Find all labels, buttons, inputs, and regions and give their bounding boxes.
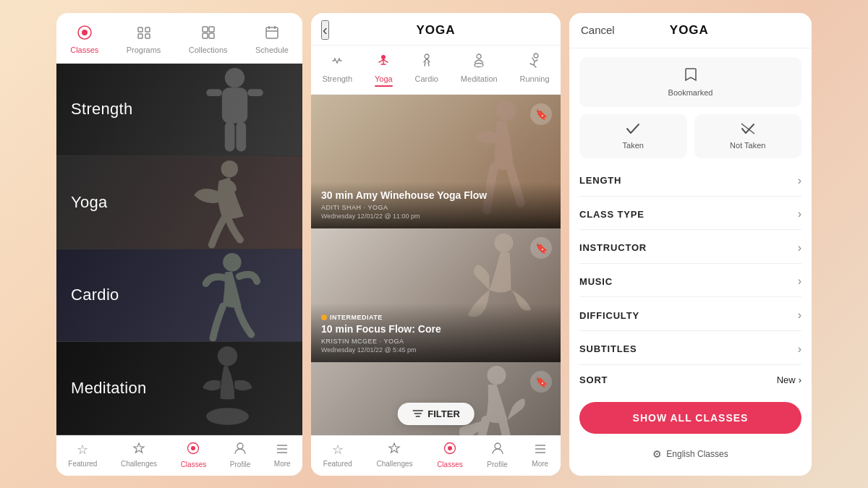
class-date-2: Wednesday 12/01/22 @ 5:45 pm bbox=[321, 346, 550, 354]
back-button[interactable]: ‹ bbox=[321, 20, 329, 40]
subnav-running-label: Running bbox=[520, 74, 550, 83]
sort-label: SORT bbox=[579, 374, 608, 385]
featured-icon: ☆ bbox=[77, 442, 88, 458]
category-strength-label: Strength bbox=[71, 100, 133, 119]
nav-collections[interactable]: Collections bbox=[182, 22, 235, 57]
bookmark-btn-3[interactable]: 🔖 bbox=[530, 371, 552, 393]
svg-rect-17 bbox=[247, 89, 263, 96]
filter-button[interactable]: FILTER bbox=[397, 403, 475, 425]
subnav-yoga[interactable]: Yoga bbox=[369, 51, 399, 88]
nav-schedule[interactable]: Schedule bbox=[248, 22, 296, 57]
profile-icon bbox=[234, 442, 247, 458]
left-panel: Classes Programs bbox=[56, 13, 302, 476]
nav-collections-label: Collections bbox=[189, 46, 228, 54]
bottom-more[interactable]: More bbox=[274, 442, 291, 468]
category-strength[interactable]: Strength bbox=[56, 64, 302, 157]
bottom-classes-label: Classes bbox=[181, 461, 207, 468]
programs-icon bbox=[136, 25, 152, 43]
svg-point-33 bbox=[475, 63, 483, 67]
svg-point-42 bbox=[448, 446, 452, 450]
bottom-classes[interactable]: Classes bbox=[181, 442, 207, 468]
right-title: YOGA bbox=[670, 23, 709, 38]
class-badge-2: INTERMEDIATE bbox=[321, 314, 383, 321]
filter-class-type[interactable]: CLASS TYPE › bbox=[579, 199, 801, 230]
category-cardio[interactable]: Cardio bbox=[56, 249, 302, 343]
mid-bottom-featured[interactable]: ☆ Featured bbox=[323, 442, 352, 468]
svg-point-14 bbox=[225, 67, 244, 87]
subnav-cardio-icon bbox=[419, 53, 435, 72]
bottom-featured[interactable]: ☆ Featured bbox=[68, 442, 97, 468]
category-meditation[interactable]: Meditation bbox=[56, 342, 302, 435]
svg-point-32 bbox=[477, 54, 481, 59]
cancel-button[interactable]: Cancel bbox=[581, 24, 615, 36]
mid-bottom-challenges[interactable]: Challenges bbox=[376, 442, 412, 468]
class-title-1: 30 min Amy Winehouse Yoga Flow bbox=[321, 189, 550, 202]
svg-point-26 bbox=[237, 443, 243, 449]
subnav-running[interactable]: Running bbox=[514, 51, 556, 88]
category-meditation-label: Meditation bbox=[71, 379, 147, 398]
filter-subtitles[interactable]: SUBTITLES › bbox=[579, 334, 801, 365]
svg-rect-16 bbox=[206, 89, 222, 96]
svg-point-34 bbox=[534, 53, 538, 58]
class-date-1: Wednesday 12/01/22 @ 11:00 pm bbox=[321, 213, 550, 220]
filter-music[interactable]: MUSIC › bbox=[579, 266, 801, 297]
nav-classes-label: Classes bbox=[70, 46, 98, 54]
nav-programs-label: Programs bbox=[127, 46, 161, 54]
filter-length[interactable]: LENGTH › bbox=[579, 166, 801, 197]
mid-challenges-label: Challenges bbox=[376, 460, 412, 468]
mid-bottom-classes[interactable]: Classes bbox=[437, 442, 463, 468]
bookmark-btn-1[interactable]: 🔖 bbox=[530, 103, 552, 125]
bottom-challenges-label: Challenges bbox=[121, 460, 157, 468]
svg-rect-5 bbox=[145, 34, 150, 38]
mid-featured-label: Featured bbox=[323, 460, 352, 468]
chevron-instructor-icon: › bbox=[798, 241, 801, 254]
mid-bottom-profile[interactable]: Profile bbox=[487, 442, 507, 468]
sort-chevron-icon: › bbox=[799, 374, 801, 385]
globe-icon: ⚙ bbox=[652, 448, 662, 460]
subnav-strength[interactable]: Strength bbox=[316, 51, 358, 88]
svg-rect-18 bbox=[225, 121, 235, 151]
subnav-meditation[interactable]: Meditation bbox=[455, 51, 503, 88]
class-card-2[interactable]: 🔖 INTERMEDIATE 10 min Focus Flow: Core K… bbox=[311, 228, 561, 362]
mid-bottom-more[interactable]: More bbox=[532, 442, 548, 468]
bottom-classes-icon bbox=[187, 442, 200, 458]
class-card-1[interactable]: 🔖 30 min Amy Winehouse Yoga Flow ADITI S… bbox=[311, 95, 561, 228]
taken-filter[interactable]: Taken bbox=[579, 114, 687, 158]
bottom-challenges[interactable]: Challenges bbox=[121, 442, 157, 468]
bottom-profile-label: Profile bbox=[230, 461, 250, 468]
mid-more-label: More bbox=[532, 460, 548, 468]
english-classes-label: English Classes bbox=[666, 449, 728, 459]
subnav-yoga-label: Yoga bbox=[375, 74, 393, 83]
svg-point-43 bbox=[495, 443, 501, 449]
not-taken-icon bbox=[741, 123, 755, 138]
filter-instructor[interactable]: INSTRUCTOR › bbox=[579, 233, 801, 264]
bookmark-btn-2[interactable]: 🔖 bbox=[530, 237, 552, 259]
sort-value[interactable]: New › bbox=[777, 374, 801, 385]
taken-label: Taken bbox=[623, 141, 644, 150]
chevron-difficulty-icon: › bbox=[798, 309, 801, 322]
bookmark-icon bbox=[684, 67, 697, 85]
nav-schedule-label: Schedule bbox=[255, 46, 289, 54]
not-taken-label: Not Taken bbox=[730, 141, 765, 150]
more-icon bbox=[276, 442, 289, 458]
nav-classes[interactable]: Classes bbox=[63, 22, 106, 57]
subnav-cardio[interactable]: Cardio bbox=[409, 51, 444, 88]
subnav-running-icon bbox=[527, 53, 542, 72]
show-all-classes-button[interactable]: SHOW ALL CLASSES bbox=[579, 402, 801, 434]
nav-programs[interactable]: Programs bbox=[119, 22, 169, 57]
category-yoga[interactable]: Yoga bbox=[56, 156, 302, 249]
bookmarked-filter[interactable]: Bookmarked bbox=[579, 57, 801, 107]
subnav-strength-icon bbox=[329, 53, 345, 72]
english-classes[interactable]: ⚙ English Classes bbox=[579, 441, 801, 467]
filter-difficulty[interactable]: DIFFICULTY › bbox=[579, 300, 801, 331]
filter-difficulty-label: DIFFICULTY bbox=[579, 310, 639, 321]
category-yoga-label: Yoga bbox=[71, 193, 108, 212]
mid-classes-icon bbox=[443, 442, 456, 458]
not-taken-filter[interactable]: Not Taken bbox=[694, 114, 802, 158]
filter-class-type-label: CLASS TYPE bbox=[579, 209, 644, 220]
subnav-meditation-label: Meditation bbox=[461, 74, 498, 83]
schedule-icon bbox=[264, 25, 280, 43]
filter-options: Bookmarked Taken Not Taken bbox=[569, 48, 812, 476]
bottom-profile[interactable]: Profile bbox=[230, 442, 250, 468]
mid-more-icon bbox=[534, 442, 547, 458]
